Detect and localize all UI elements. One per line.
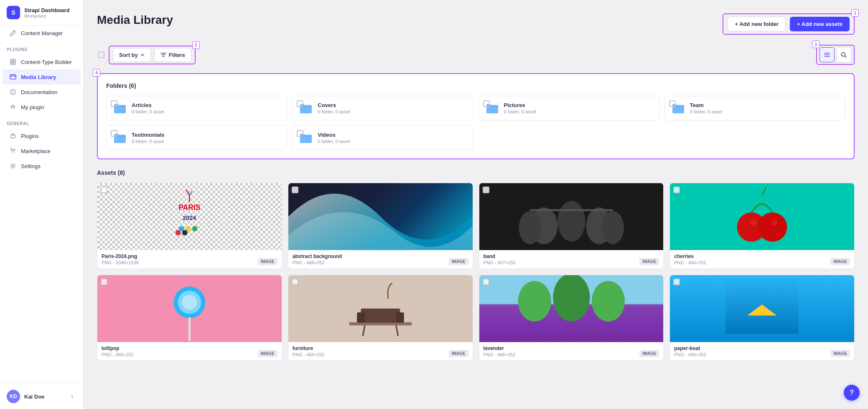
- asset-item[interactable]: PARIS 2024 Paris-2024.png PN: [97, 183, 282, 269]
- asset-checkbox[interactable]: [101, 187, 107, 193]
- asset-info: lollipop PNG - 466×252 IMAGE: [97, 342, 282, 360]
- asset-info: abstract background PNG - 468×252 IMAGE: [288, 250, 473, 268]
- asset-checkbox[interactable]: [673, 279, 680, 285]
- general-section-label: GENERAL: [0, 115, 83, 128]
- svg-point-26: [602, 211, 624, 244]
- settings-icon: [9, 162, 17, 170]
- sidebar-item-settings[interactable]: Settings: [3, 158, 81, 174]
- sidebar-collapse-button[interactable]: ‹: [68, 392, 76, 401]
- add-assets-button[interactable]: + Add new assets: [790, 17, 850, 31]
- sidebar-item-label: Settings: [21, 163, 41, 169]
- add-folder-button[interactable]: + Add new folder: [728, 17, 786, 31]
- plugins-icon: [9, 132, 17, 140]
- asset-item[interactable]: band PNG - 467×250 IMAGE: [479, 183, 664, 269]
- folder-item[interactable]: Articles 0 folder, 0 asset: [106, 96, 287, 120]
- assets-title: Assets (8): [97, 169, 855, 176]
- sidebar-item-label: Marketplace: [21, 148, 51, 154]
- search-button[interactable]: [836, 47, 851, 62]
- sidebar-item-label: Documentation: [21, 89, 57, 95]
- asset-info: band PNG - 467×250 IMAGE: [479, 250, 664, 268]
- folder-item[interactable]: Testimonials 0 folder, 0 asset: [106, 125, 287, 150]
- asset-badge: IMAGE: [449, 350, 468, 357]
- asset-item[interactable]: abstract background PNG - 468×252 IMAGE: [288, 183, 473, 269]
- folder-item[interactable]: Covers 0 folder, 0 asset: [292, 96, 473, 120]
- filter-icon: [160, 52, 166, 58]
- sidebar-item-content-manager[interactable]: Content Manager: [3, 26, 81, 41]
- sidebar-item-content-type-builder[interactable]: Content-Type Builder: [3, 54, 81, 69]
- asset-item[interactable]: furniture PNG - 466×252 IMAGE: [288, 275, 473, 361]
- list-icon: [824, 52, 830, 58]
- asset-item[interactable]: lollipop PNG - 466×252 IMAGE: [97, 275, 282, 361]
- asset-checkbox[interactable]: [101, 279, 107, 285]
- asset-thumbnail: [97, 275, 282, 342]
- svg-point-17: [182, 230, 188, 235]
- svg-rect-3: [13, 62, 15, 64]
- sort-by-button[interactable]: Sort by: [113, 48, 151, 62]
- sidebar-item-marketplace[interactable]: Marketplace: [3, 143, 81, 158]
- asset-badge: IMAGE: [830, 350, 850, 357]
- asset-checkbox[interactable]: [292, 279, 298, 285]
- toolbar: 2 Sort by Filters 3: [97, 45, 855, 65]
- svg-line-41: [396, 325, 398, 336]
- page-header: Media Library 1 + Add new folder + Add n…: [97, 13, 855, 35]
- svg-point-34: [182, 295, 197, 310]
- folder-item[interactable]: Pictures 0 folder, 0 asset: [479, 96, 659, 120]
- svg-line-19: [186, 190, 189, 195]
- sidebar-item-documentation[interactable]: Documentation: [3, 84, 81, 100]
- filters-button[interactable]: Filters: [154, 48, 191, 62]
- asset-checkbox[interactable]: [673, 187, 680, 193]
- folder-checkbox[interactable]: [297, 100, 303, 107]
- user-avatar: KD: [7, 390, 20, 403]
- asset-info: lavender PNG - 466×252 IMAGE: [479, 342, 664, 360]
- asset-thumbnail: [670, 183, 854, 250]
- folder-item[interactable]: Team 0 folder, 0 asset: [664, 96, 845, 120]
- asset-item[interactable]: paper-boat PNG - 466×252 IMAGE: [669, 275, 855, 361]
- svg-point-16: [176, 230, 181, 235]
- svg-point-15: [192, 226, 198, 231]
- folder-checkbox[interactable]: [669, 100, 676, 107]
- content-type-icon: [9, 58, 17, 66]
- annotation-1: 1: [851, 9, 859, 17]
- asset-badge: IMAGE: [258, 258, 277, 265]
- sidebar-item-my-plugin[interactable]: My plugin: [3, 100, 81, 115]
- marketplace-icon: [9, 147, 17, 155]
- svg-rect-36: [349, 322, 412, 326]
- asset-checkbox[interactable]: [292, 187, 298, 193]
- assets-section: Assets (8) PARIS 2024: [97, 169, 855, 361]
- asset-info: Paris-2024.png PNG - 2048×1536 IMAGE: [97, 250, 282, 268]
- svg-point-6: [13, 90, 13, 91]
- sidebar-item-media-library[interactable]: Media Library: [3, 69, 81, 84]
- folder-checkbox[interactable]: [111, 130, 117, 137]
- select-all-checkbox[interactable]: [97, 51, 105, 59]
- folder-checkbox[interactable]: [297, 130, 303, 137]
- folders-grid: Articles 0 folder, 0 asset Covers 0 fold…: [106, 96, 845, 150]
- svg-line-40: [363, 325, 365, 336]
- asset-info: paper-boat PNG - 466×252 IMAGE: [670, 342, 854, 360]
- folder-item[interactable]: Videos 0 folder, 0 asset: [292, 125, 473, 150]
- sort-label: Sort by: [119, 52, 138, 58]
- asset-thumbnail: [479, 183, 664, 250]
- asset-item[interactable]: cherries PNG - 466×252 IMAGE: [669, 183, 855, 269]
- select-all-check[interactable]: [98, 51, 104, 58]
- plugins-section-label: PLUGINS: [0, 41, 83, 54]
- annotation-3: 3: [812, 41, 820, 48]
- asset-checkbox[interactable]: [483, 187, 489, 193]
- asset-badge: IMAGE: [258, 350, 277, 357]
- sidebar-item-plugins[interactable]: Plugins: [3, 128, 81, 143]
- app-name: Strapi Dashboard: [24, 7, 69, 13]
- svg-text:PARIS: PARIS: [178, 203, 201, 212]
- header-actions: 1 + Add new folder + Add new assets: [723, 13, 855, 35]
- asset-info: furniture PNG - 466×252 IMAGE: [288, 342, 473, 360]
- list-view-button[interactable]: [820, 47, 835, 62]
- asset-item[interactable]: lavender PNG - 466×252 IMAGE: [479, 275, 664, 361]
- svg-point-30: [751, 220, 757, 226]
- search-icon: [841, 52, 847, 58]
- help-button[interactable]: ?: [844, 385, 860, 401]
- annotation-4: 4: [93, 69, 100, 77]
- asset-badge: IMAGE: [639, 350, 659, 357]
- toolbar-left: 2 Sort by Filters: [97, 46, 196, 64]
- folder-checkbox[interactable]: [483, 100, 490, 107]
- asset-checkbox[interactable]: [483, 279, 489, 285]
- folder-checkbox[interactable]: [111, 100, 117, 107]
- svg-rect-1: [13, 59, 15, 61]
